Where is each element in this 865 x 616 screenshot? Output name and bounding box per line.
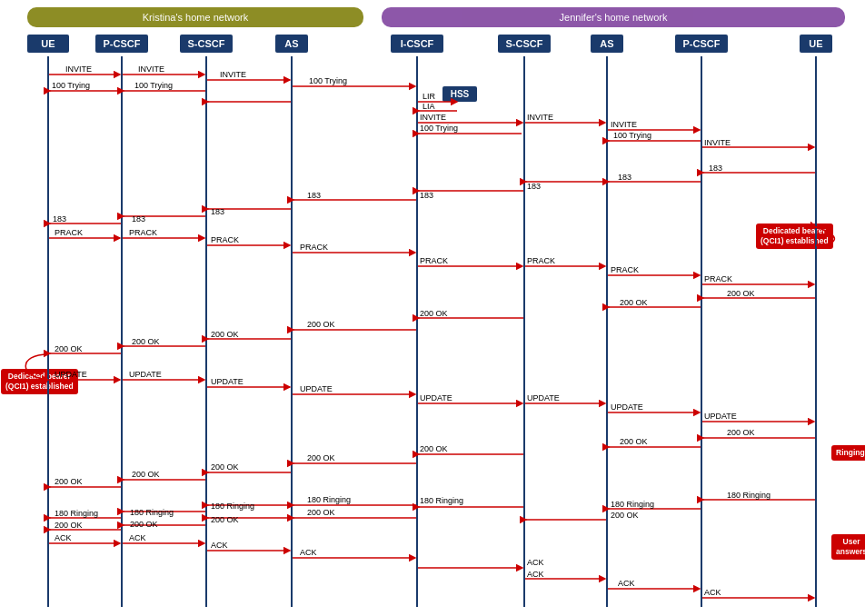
svg-text:ACK: ACK	[704, 588, 721, 597]
svg-text:PRACK: PRACK	[611, 265, 639, 274]
svg-text:INVITE: INVITE	[611, 120, 637, 129]
svg-text:PRACK: PRACK	[420, 256, 448, 265]
svg-text:UPDATE: UPDATE	[527, 393, 560, 402]
svg-text:200 OK: 200 OK	[132, 337, 160, 346]
svg-text:200 OK: 200 OK	[611, 511, 639, 520]
svg-text:183: 183	[211, 207, 224, 216]
svg-text:180 Ringing: 180 Ringing	[130, 508, 174, 517]
svg-text:PRACK: PRACK	[211, 235, 239, 244]
svg-text:180 Ringing: 180 Ringing	[727, 491, 771, 500]
svg-text:INVITE: INVITE	[420, 113, 446, 122]
svg-text:200 OK: 200 OK	[307, 508, 335, 517]
svg-text:PRACK: PRACK	[300, 243, 328, 252]
svg-text:UPDATE: UPDATE	[611, 402, 643, 412]
svg-text:100 Trying: 100 Trying	[309, 76, 347, 85]
svg-text:200 OK: 200 OK	[727, 428, 755, 437]
svg-text:ACK: ACK	[300, 548, 317, 557]
svg-text:200 OK: 200 OK	[727, 289, 755, 298]
svg-text:UPDATE: UPDATE	[211, 377, 244, 386]
svg-text:UPDATE: UPDATE	[129, 370, 162, 379]
svg-text:183: 183	[618, 173, 631, 182]
svg-text:200 OK: 200 OK	[420, 309, 448, 318]
svg-text:200 OK: 200 OK	[620, 437, 648, 446]
svg-text:180 Ringing: 180 Ringing	[611, 500, 654, 509]
svg-text:200 OK: 200 OK	[132, 470, 160, 479]
svg-text:LIA: LIA	[423, 102, 435, 111]
svg-text:200 OK: 200 OK	[307, 453, 335, 462]
svg-text:ACK: ACK	[527, 558, 544, 567]
diagram: Kristina's home network Jennifer's home …	[0, 0, 865, 616]
svg-text:100 Trying: 100 Trying	[613, 131, 651, 140]
svg-text:200 OK: 200 OK	[55, 477, 83, 486]
svg-text:UPDATE: UPDATE	[420, 393, 452, 402]
svg-text:PRACK: PRACK	[55, 228, 83, 237]
svg-text:ACK: ACK	[129, 533, 146, 542]
svg-text:INVITE: INVITE	[704, 138, 731, 147]
svg-text:100 Trying: 100 Trying	[134, 81, 173, 90]
svg-text:183: 183	[53, 214, 66, 224]
svg-text:100 Trying: 100 Trying	[420, 124, 458, 133]
svg-text:200 OK: 200 OK	[55, 521, 83, 530]
sequence-diagram-svg: INVITE INVITE INVITE 100 Trying 100 Tryi…	[0, 0, 865, 616]
svg-text:180 Ringing: 180 Ringing	[420, 496, 463, 505]
svg-text:200 OK: 200 OK	[55, 344, 83, 353]
svg-text:INVITE: INVITE	[527, 113, 553, 122]
svg-text:180 Ringing: 180 Ringing	[307, 495, 351, 504]
svg-text:PRACK: PRACK	[704, 274, 732, 283]
svg-text:200 OK: 200 OK	[130, 520, 158, 529]
svg-text:ACK: ACK	[55, 533, 72, 542]
svg-text:183: 183	[527, 182, 541, 191]
svg-text:200 OK: 200 OK	[211, 515, 239, 524]
svg-text:UPDATE: UPDATE	[55, 370, 87, 379]
svg-text:183: 183	[307, 191, 321, 200]
svg-text:183: 183	[709, 164, 722, 173]
svg-text:200 OK: 200 OK	[307, 320, 335, 329]
svg-text:UPDATE: UPDATE	[300, 384, 333, 393]
svg-text:PRACK: PRACK	[527, 256, 555, 265]
svg-text:183: 183	[132, 214, 145, 224]
svg-text:INVITE: INVITE	[65, 65, 92, 74]
svg-text:ACK: ACK	[618, 579, 635, 588]
svg-text:100 Trying: 100 Trying	[52, 81, 90, 90]
svg-text:180 Ringing: 180 Ringing	[211, 502, 254, 511]
svg-text:200 OK: 200 OK	[620, 298, 648, 307]
svg-text:ACK: ACK	[211, 541, 228, 550]
svg-text:PRACK: PRACK	[129, 228, 157, 237]
svg-text:200 OK: 200 OK	[211, 330, 239, 339]
svg-text:200 OK: 200 OK	[211, 462, 239, 472]
svg-text:INVITE: INVITE	[138, 65, 164, 74]
svg-text:183: 183	[420, 191, 433, 200]
svg-text:180 Ringing: 180 Ringing	[55, 509, 98, 518]
svg-text:UPDATE: UPDATE	[704, 412, 737, 421]
svg-text:200 OK: 200 OK	[420, 444, 448, 453]
svg-text:LIR: LIR	[423, 92, 436, 101]
svg-text:ACK: ACK	[527, 570, 544, 579]
svg-text:INVITE: INVITE	[220, 70, 246, 79]
